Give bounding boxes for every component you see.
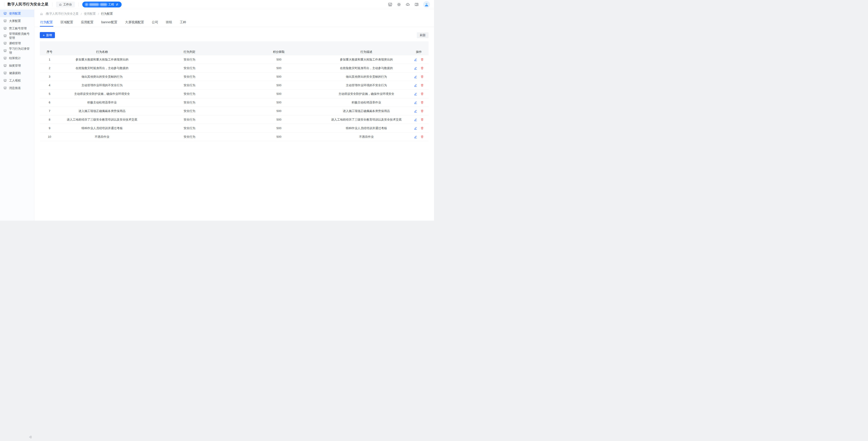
home-icon xyxy=(40,12,43,15)
edit-button[interactable] xyxy=(414,118,417,121)
app-header: 数字人民币行为安全之星 工作台 工程 xyxy=(0,0,434,9)
docs-button[interactable] xyxy=(414,2,419,7)
table-row: 2 在抢险救灾时挺身而出，主动参与救援的 安全行为 500 在抢险救灾时挺身而出… xyxy=(40,64,429,72)
table-row: 6 积极主动杜绝违章作业 安全行为 500 积极主动杜绝违章作业 xyxy=(40,98,429,107)
tab-label: 工种 xyxy=(180,20,186,24)
sidebar-item[interactable]: 课程管理 xyxy=(0,39,34,47)
edit-pencil-icon xyxy=(414,127,417,130)
cell-behavior-name: 在抢险救灾时挺身而出，主动参与救援的 xyxy=(59,66,145,70)
table-row: 9 特种作业人员经培训并通过考核 安全行为 500 特种作业人员经培训并通过考核 xyxy=(40,124,429,133)
breadcrumb-item[interactable]: / 使用配置 xyxy=(79,12,96,16)
delete-button[interactable] xyxy=(421,92,424,96)
workbench-button[interactable]: 工作台 xyxy=(56,2,75,7)
tab[interactable]: 班组 xyxy=(165,20,173,27)
sidebar-item[interactable]: 大屏配置 xyxy=(0,17,34,25)
refresh-button[interactable]: 刷新 xyxy=(417,32,429,38)
delete-trash-icon xyxy=(421,83,424,87)
col-header-points: 积分获取 xyxy=(234,50,324,54)
tab[interactable]: 区域配置 xyxy=(60,20,74,27)
cell-behavior-judge: 安全行为 xyxy=(145,66,234,70)
header-actions xyxy=(388,1,430,8)
tab[interactable]: 行为配置 xyxy=(40,20,53,27)
delete-button[interactable] xyxy=(421,75,424,78)
project-switcher-pill[interactable]: 工程 xyxy=(82,2,122,7)
edit-button[interactable] xyxy=(414,75,417,78)
cloud-download-icon xyxy=(405,2,410,7)
delete-button[interactable] xyxy=(421,66,424,70)
sidebar-item[interactable]: 使用配置 xyxy=(0,10,34,17)
person-icon xyxy=(424,2,429,7)
edit-button[interactable] xyxy=(414,83,417,87)
tab[interactable]: 大屏视频配置 xyxy=(125,20,145,27)
cell-points: 500 xyxy=(234,83,324,87)
sidebar-item-label: 抽奖管理 xyxy=(9,64,21,68)
delete-button[interactable] xyxy=(421,83,424,87)
edit-button[interactable] xyxy=(414,109,417,113)
tab[interactable]: 公司 xyxy=(151,20,159,27)
edit-button[interactable] xyxy=(414,58,417,61)
delete-button[interactable] xyxy=(421,135,424,138)
edit-pencil-icon xyxy=(414,58,417,61)
screen-chart-icon xyxy=(3,57,7,60)
sidebar-item[interactable]: 学习行为记录管理 xyxy=(0,47,34,55)
edit-button[interactable] xyxy=(414,101,417,104)
breadcrumb-item[interactable]: / 行为配置 xyxy=(96,12,113,16)
breadcrumb-label: 数字人民币行为安全之星 xyxy=(46,12,79,16)
edit-button[interactable] xyxy=(414,66,417,70)
settings-button[interactable] xyxy=(397,2,401,7)
table-header-row: 序号 行为名称 行为判定 积分获取 行为描述 操作 xyxy=(40,48,429,55)
edit-pencil-icon xyxy=(414,66,417,70)
sidebar-item[interactable]: 抽奖管理 xyxy=(0,62,34,69)
cell-operations xyxy=(409,75,429,78)
cell-behavior-judge: 安全行为 xyxy=(145,58,234,62)
sidebar-item-label: 工人维权 xyxy=(9,78,21,82)
cell-behavior-judge: 安全行为 xyxy=(145,83,234,88)
delete-button[interactable] xyxy=(421,101,424,104)
sidebar-item[interactable]: 消息推送 xyxy=(0,84,34,92)
edit-button[interactable] xyxy=(414,135,417,138)
cell-behavior-judge: 安全行为 xyxy=(145,100,234,105)
delete-trash-icon xyxy=(421,66,424,70)
screen-chart-button[interactable] xyxy=(388,2,393,7)
cell-behavior-judge: 安全行为 xyxy=(145,126,234,130)
col-header-ops: 操作 xyxy=(409,50,429,54)
sidebar-item[interactable]: 健康援助 xyxy=(0,69,34,77)
cell-operations xyxy=(409,127,429,130)
user-avatar[interactable] xyxy=(423,1,430,8)
add-button[interactable]: + 新增 xyxy=(40,32,55,38)
breadcrumb: / 数字人民币行为安全之星 / 使用配置 / 行为配置 xyxy=(34,9,434,19)
sidebar-item[interactable]: 劳工账号管理 xyxy=(0,25,34,32)
cell-points: 500 xyxy=(234,101,324,104)
cell-index: 5 xyxy=(40,92,59,96)
tab[interactable]: 应用配置 xyxy=(81,20,94,27)
cell-behavior-name: 进入施工现场正确佩戴各类劳保用品 xyxy=(59,109,145,113)
breadcrumb-home[interactable] xyxy=(40,12,43,15)
toolbar: + 新增 刷新 xyxy=(40,32,429,38)
cell-behavior-name: 积极主动杜绝违章作业 xyxy=(59,100,145,105)
sidebar-item-label: 劳工账号管理 xyxy=(9,26,27,31)
delete-button[interactable] xyxy=(421,127,424,130)
delete-button[interactable] xyxy=(421,109,424,113)
sidebar-item[interactable]: 工人维权 xyxy=(0,77,34,84)
cell-index: 8 xyxy=(40,118,59,121)
edit-button[interactable] xyxy=(414,92,417,96)
delete-button[interactable] xyxy=(421,58,424,61)
cloud-download-button[interactable] xyxy=(405,2,410,7)
sidebar-item-label: 使用配置 xyxy=(9,11,21,15)
cell-behavior-desc: 进入工地前经历了三级安全教育培训以及安全技术交底 xyxy=(324,117,409,122)
sidebar-item[interactable]: 管理观察员账号管理 xyxy=(0,32,34,39)
tab-label: banner配置 xyxy=(101,20,118,24)
cell-behavior-judge: 安全行为 xyxy=(145,92,234,96)
cell-behavior-judge: 安全行为 xyxy=(145,135,234,139)
sidebar-item[interactable]: 结算统计 xyxy=(0,55,34,62)
tab[interactable]: 工种 xyxy=(180,20,187,27)
delete-trash-icon xyxy=(421,118,424,121)
breadcrumb-item[interactable]: / 数字人民币行为安全之星 xyxy=(43,12,79,16)
cell-index: 10 xyxy=(40,135,59,138)
sidebar-item-label: 学习行为记录管理 xyxy=(9,47,32,55)
tab[interactable]: banner配置 xyxy=(101,20,118,27)
edit-button[interactable] xyxy=(414,127,417,130)
delete-button[interactable] xyxy=(421,118,424,121)
redacted-text xyxy=(100,3,107,6)
tab-bar: 行为配置 区域配置 应用配置 banner配置 大屏视频配置 xyxy=(34,19,434,27)
